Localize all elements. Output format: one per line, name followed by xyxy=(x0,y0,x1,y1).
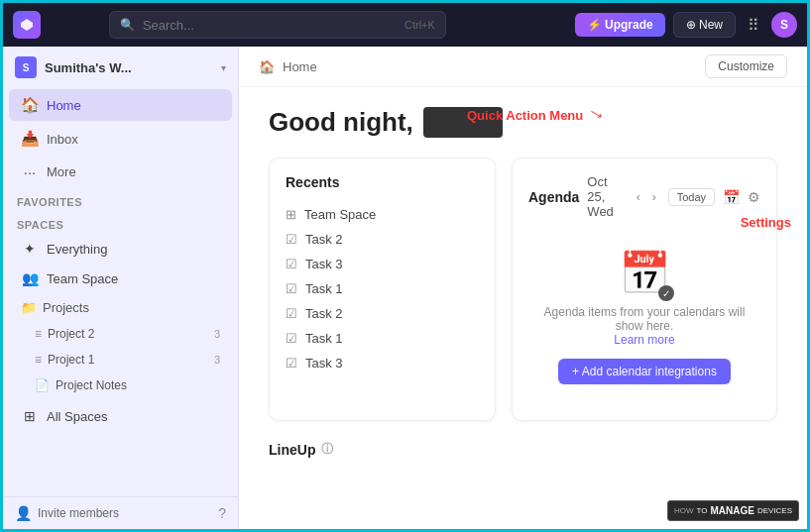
content-body: Good night, ‎ Recents ⊞ Team Space ☑ Tas… xyxy=(239,87,807,478)
recent-item-task1-2[interactable]: ☑ Task 1 xyxy=(286,326,479,351)
recent-item-task2-1[interactable]: ☑ Task 2 xyxy=(286,227,479,252)
workspace-icon: S xyxy=(15,56,37,78)
watermark-devices: DEVICES xyxy=(757,506,792,515)
grid-icon[interactable]: ⠿ xyxy=(744,12,763,39)
agenda-prev-button[interactable]: ‹ xyxy=(633,188,644,206)
calendar-graphic: 📅 ✓ xyxy=(619,249,670,297)
main-layout: S Sumitha's W... ▾ 🏠 Home 📥 Inbox ··· Mo… xyxy=(3,47,807,529)
team-space-recent-icon: ⊞ xyxy=(286,207,296,222)
agenda-settings-icon[interactable]: ⚙ xyxy=(748,189,760,205)
sidebar-item-more[interactable]: ··· More xyxy=(9,157,232,187)
agenda-calendar-icon[interactable]: 📅 xyxy=(723,189,740,205)
project-add-icon[interactable]: + xyxy=(206,299,220,315)
agenda-empty-text: Agenda items from your calendars will sh… xyxy=(528,305,760,347)
agenda-learn-more[interactable]: Learn more xyxy=(614,333,674,347)
sidebar-item-home-label: Home xyxy=(47,98,81,113)
cards-row: Recents ⊞ Team Space ☑ Task 2 ☑ Task 3 xyxy=(269,158,777,421)
agenda-empty-state: 📅 ✓ Agenda items from your calendars wil… xyxy=(528,229,760,404)
greeting-text: Good night, xyxy=(269,107,413,138)
workspace-selector[interactable]: S Sumitha's W... ▾ xyxy=(3,47,238,88)
spaces-section-label: Spaces xyxy=(3,211,238,234)
project-notes-icon: 📄 xyxy=(35,378,50,392)
calendar-check-icon: ✓ xyxy=(658,285,674,301)
project-item-2[interactable]: ≡ Project 2 3 xyxy=(23,322,232,346)
recent-item-task2-2[interactable]: ☑ Task 2 xyxy=(286,301,479,326)
lineup-title: LineUp ⓘ xyxy=(269,441,777,458)
recent-task2-2-label: Task 2 xyxy=(305,306,343,321)
add-calendar-button[interactable]: + Add calendar integrations xyxy=(558,359,731,384)
recent-item-task3-2[interactable]: ☑ Task 3 xyxy=(286,351,479,375)
project-menu-icon[interactable]: ··· xyxy=(184,299,201,315)
task-check-icon-4: ☑ xyxy=(286,306,297,321)
invite-members[interactable]: 👤 Invite members ? xyxy=(3,496,238,529)
favorites-section-label: Favorites xyxy=(3,188,238,211)
agenda-next-button[interactable]: › xyxy=(648,188,660,206)
recents-card: Recents ⊞ Team Space ☑ Task 2 ☑ Task 3 xyxy=(269,158,496,421)
sidebar-item-inbox[interactable]: 📥 Inbox xyxy=(9,123,232,155)
recent-task3-2-label: Task 3 xyxy=(305,356,343,371)
task-check-icon-6: ☑ xyxy=(286,356,297,371)
project-2-label: Project 2 xyxy=(48,327,94,341)
lineup-section: LineUp ⓘ xyxy=(269,441,777,458)
search-input[interactable] xyxy=(143,18,397,33)
project-folder-icon: 📁 xyxy=(21,300,37,315)
recents-title: Recents xyxy=(286,174,479,190)
recent-task2-1-label: Task 2 xyxy=(305,232,343,247)
recent-task1-1-label: Task 1 xyxy=(305,281,343,296)
project-item-notes[interactable]: 📄 Project Notes xyxy=(23,373,232,397)
sidebar-item-team-space[interactable]: 👥 Team Space xyxy=(9,265,232,292)
avatar[interactable]: S xyxy=(771,12,797,38)
task-check-icon: ☑ xyxy=(286,232,297,247)
agenda-today-button[interactable]: Today xyxy=(668,188,715,206)
agenda-date: Oct 25, Wed xyxy=(587,174,624,219)
agenda-nav: ‹ › xyxy=(633,188,660,206)
watermark: HOW TO MANAGE DEVICES xyxy=(667,500,799,521)
new-button[interactable]: ⊕ New xyxy=(673,12,736,38)
invite-icon: 👤 xyxy=(15,505,32,521)
team-space-icon: 👥 xyxy=(21,270,39,286)
projects-header[interactable]: 📁 Projects ··· + xyxy=(9,294,232,320)
all-spaces-label: All Spaces xyxy=(47,409,107,424)
sidebar-item-more-label: More xyxy=(47,164,76,179)
help-icon[interactable]: ? xyxy=(218,505,226,521)
recent-item-task3-1[interactable]: ☑ Task 3 xyxy=(286,252,479,276)
upgrade-button[interactable]: ⚡ Upgrade xyxy=(575,13,665,37)
lineup-info-icon[interactable]: ⓘ xyxy=(321,441,333,458)
home-icon: 🏠 xyxy=(21,96,39,114)
project-list-icon-2: ≡ xyxy=(35,353,42,367)
content-wrapper: 🏠 Home Customize Good night, ‎ Recents ⊞ xyxy=(239,47,807,529)
everything-icon: ✦ xyxy=(21,241,39,257)
breadcrumb: Home xyxy=(283,59,697,74)
greeting: Good night, ‎ xyxy=(269,107,777,138)
task-check-icon-5: ☑ xyxy=(286,331,297,346)
recent-team-space-label: Team Space xyxy=(304,207,376,222)
project-item-1[interactable]: ≡ Project 1 3 xyxy=(23,348,232,372)
content: 🏠 Home Customize Good night, ‎ Recents ⊞ xyxy=(239,47,807,478)
sidebar-item-home[interactable]: 🏠 Home xyxy=(9,89,232,121)
watermark-manage: MANAGE xyxy=(710,505,753,516)
sidebar-item-everything[interactable]: ✦ Everything xyxy=(9,235,232,263)
more-icon: ··· xyxy=(21,163,39,180)
search-shortcut: Ctrl+K xyxy=(405,19,435,31)
task-check-icon-3: ☑ xyxy=(286,281,297,296)
project-notes-label: Project Notes xyxy=(56,378,127,392)
workspace-name: Sumitha's W... xyxy=(45,60,213,75)
project-2-badge: 3 xyxy=(214,328,220,340)
watermark-how: HOW xyxy=(674,506,694,515)
task-check-icon-2: ☑ xyxy=(286,257,297,271)
recent-item-team-space[interactable]: ⊞ Team Space xyxy=(286,202,479,227)
sidebar-everything-label: Everything xyxy=(47,242,107,257)
project-1-label: Project 1 xyxy=(48,353,94,367)
content-header: 🏠 Home Customize xyxy=(239,47,807,87)
recent-item-task1-1[interactable]: ☑ Task 1 xyxy=(286,276,479,301)
all-spaces-icon: ⊞ xyxy=(21,408,39,424)
user-name-redacted: ‎ xyxy=(423,107,503,138)
search-bar[interactable]: 🔍 Ctrl+K xyxy=(109,11,446,39)
invite-members-label: Invite members xyxy=(38,506,119,520)
project-1-badge: 3 xyxy=(214,354,220,366)
agenda-title: Agenda xyxy=(528,189,579,205)
sidebar-item-inbox-label: Inbox xyxy=(47,132,78,147)
sidebar: S Sumitha's W... ▾ 🏠 Home 📥 Inbox ··· Mo… xyxy=(3,47,239,529)
sidebar-item-all-spaces[interactable]: ⊞ All Spaces xyxy=(9,402,232,430)
customize-button[interactable]: Customize xyxy=(705,54,787,78)
